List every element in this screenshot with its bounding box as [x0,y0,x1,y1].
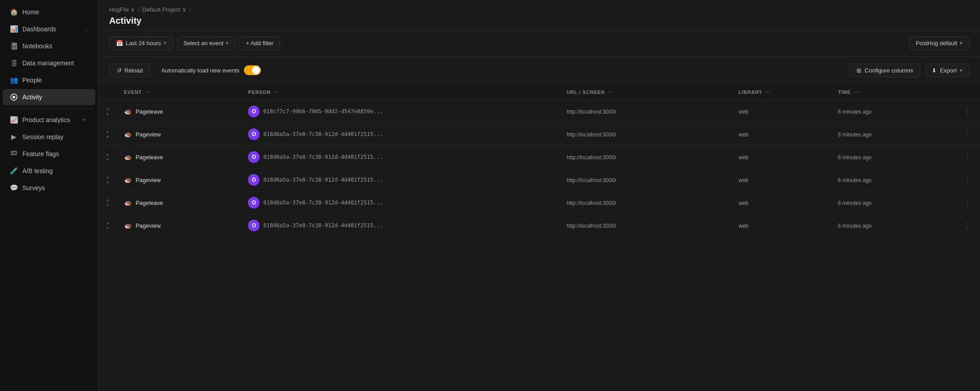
time-cell: 6 minutes ago [831,191,955,214]
sort-arrows[interactable]: ▲ ▼ [106,221,110,230]
event-filter-button[interactable]: Select an event ▾ [177,36,236,50]
event-col-more-icon[interactable]: ··· [145,89,150,95]
url-col-more-icon[interactable]: ··· [608,89,614,95]
row-more-button[interactable]: ⋮ [962,222,973,230]
time-value: 6 minutes ago [838,132,871,138]
row-more-button[interactable]: ⋮ [962,199,973,207]
auto-load-container: Automatically load new events [155,62,267,78]
breadcrumb-chevron-icon: ∨ [131,6,135,13]
sort-arrows[interactable]: ▲ ▼ [106,175,110,185]
person-id[interactable]: 018d6a5a-37e8-7c38-912d-4d401f2515... [263,200,383,206]
event-cell: 🦔 Pageleave [117,146,241,169]
export-icon: ⬇ [932,67,937,74]
person-avatar: O [248,197,260,208]
url-value[interactable]: http://localhost:3000/ [567,132,616,138]
url-value[interactable]: http://localhost:3000/ [567,223,616,229]
person-id[interactable]: 018d6a5a-37e8-7c38-912d-4d401f2515... [263,222,383,229]
posthog-event-icon: 🦔 [124,221,132,230]
library-col-more-icon[interactable]: ··· [765,89,771,95]
person-id[interactable]: 018d6a5a-37e8-7c38-912d-4d401f2515... [263,154,383,160]
sort-arrows[interactable]: ▲ ▼ [106,106,110,116]
col-header-url-screen: URL / SCREEN ··· [559,84,731,100]
export-button[interactable]: ⬇ Export ▾ [925,64,969,77]
breadcrumb-hogflix[interactable]: HogFlix ∨ [109,6,135,13]
url-value[interactable]: http://localhost:3000/ [567,200,616,206]
sidebar-divider [4,108,94,109]
event-col-label: EVENT [124,89,142,95]
time-col-more-icon[interactable]: ··· [853,89,859,95]
url-cell: http://localhost:3000/ [559,169,731,191]
person-col-more-icon[interactable]: ··· [273,89,279,95]
url-value[interactable]: http://localhost:3000/ [567,109,616,115]
person-id[interactable]: 018d6a5a-37e8-7c38-912d-4d401f2515... [263,177,383,183]
url-value[interactable]: http://localhost:3000/ [567,154,616,161]
event-cell: 🦔 Pageview [117,169,241,191]
sidebar-item-data-management[interactable]: 🗄 Data management [3,55,95,71]
sidebar-item-home[interactable]: 🏠 Home [3,4,95,20]
sidebar-item-session-replay[interactable]: ▶ Session replay [3,129,95,145]
sort-up-icon: ▲ [106,152,110,157]
project-selector-button[interactable]: PostHog default ▾ [909,36,969,50]
sidebar-item-feature-flags[interactable]: Feature flags [3,146,95,162]
person-id[interactable]: 018cf7c7-99b6-7005-9dd2-d547e8859e... [263,108,383,115]
library-cell: web [731,191,831,214]
sort-arrows[interactable]: ▲ ▼ [106,152,110,162]
row-actions-cell: ⋮ [955,214,980,237]
sidebar-item-dashboards[interactable]: 📊 Dashboards ⌄ [3,21,95,37]
auto-load-toggle[interactable] [244,65,261,75]
table-row[interactable]: ▲ ▼ 🦔 Pageview O 018d6a5a-37e8-7c38-912d… [98,123,980,146]
library-value: web [738,223,748,229]
sidebar-item-ab-testing[interactable]: 🧪 A/B testing [3,163,95,179]
library-value: web [738,132,748,138]
activity-icon [10,93,18,101]
person-avatar: O [248,220,260,231]
sort-arrows[interactable]: ▲ ▼ [106,129,110,139]
chevron-down-icon: ▾ [960,68,963,73]
event-cell: 🦔 Pageview [117,214,241,237]
add-product-analytics-button[interactable]: + [80,116,88,124]
table-row[interactable]: ▲ ▼ 🦔 Pageleave O 018d6a5a-37e8-7c38-912… [98,146,980,169]
url-value[interactable]: http://localhost:3000/ [567,177,616,183]
breadcrumb-default-project[interactable]: Default Project ∨ [142,6,187,13]
person-avatar: O [248,174,260,186]
events-table: EVENT ··· PERSON ··· URL / SCREEN [98,84,980,237]
row-actions-cell: ⋮ [955,123,980,146]
sidebar-item-label: Feature flags [22,150,59,157]
sort-down-icon: ▼ [106,203,110,208]
time-value: 6 minutes ago [838,154,871,161]
sort-arrows[interactable]: ▲ ▼ [106,198,110,208]
row-more-button[interactable]: ⋮ [962,176,973,184]
configure-columns-button[interactable]: ⊞ Configure columns [849,64,920,77]
sidebar-item-label: Session replay [22,133,64,140]
breadcrumb-separator-2: / [189,6,191,13]
sidebar-item-people[interactable]: 👥 People [3,72,95,88]
sidebar-item-product-analytics[interactable]: 📈 Product analytics + [3,112,95,128]
sort-up-icon: ▲ [106,198,110,202]
library-value: web [738,177,748,183]
person-id[interactable]: 018d6a5a-37e8-7c38-912d-4d401f2515... [263,131,383,137]
time-value: 6 minutes ago [838,200,871,206]
sort-down-icon: ▼ [106,157,110,162]
table-row[interactable]: ▲ ▼ 🦔 Pageview O 018d6a5a-37e8-7c38-912d… [98,169,980,191]
col-header-person: PERSON ··· [241,84,559,100]
add-filter-button[interactable]: + Add filter [239,36,280,50]
table-row[interactable]: ▲ ▼ 🦔 Pageleave O 018cf7c7-99b6-7005-9dd… [98,100,980,123]
feature-flags-icon [10,150,18,158]
time-filter-button[interactable]: 📅 Last 24 hours ▾ [109,36,173,50]
posthog-event-icon: 🦔 [124,199,132,207]
sidebar-item-activity[interactable]: Activity [3,89,95,105]
posthog-event-icon: 🦔 [124,153,132,161]
reload-button[interactable]: ↺ Reload [109,64,150,77]
sidebar-item-surveys[interactable]: 💬 Surveys [3,180,95,196]
table-row[interactable]: ▲ ▼ 🦔 Pageleave O 018d6a5a-37e8-7c38-912… [98,191,980,214]
event-name: Pageleave [136,108,163,115]
add-filter-label: + Add filter [246,40,273,47]
table-row[interactable]: ▲ ▼ 🦔 Pageview O 018d6a5a-37e8-7c38-912d… [98,214,980,237]
row-more-button[interactable]: ⋮ [962,131,973,138]
sidebar-item-label: People [22,76,42,84]
row-more-button[interactable]: ⋮ [962,153,973,161]
row-more-button[interactable]: ⋮ [962,108,973,115]
sidebar-item-notebooks[interactable]: 📓 Notebooks [3,38,95,54]
event-cell: 🦔 Pageleave [117,191,241,214]
svg-point-1 [13,96,15,98]
